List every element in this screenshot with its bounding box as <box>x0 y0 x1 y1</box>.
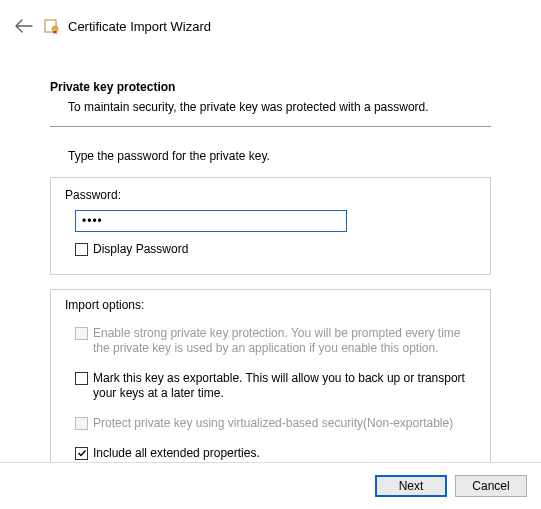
instruction-text: Type the password for the private key. <box>68 149 491 163</box>
divider <box>50 126 491 127</box>
password-label: Password: <box>65 188 476 202</box>
import-options-group: Import options: Enable strong private ke… <box>50 289 491 481</box>
protect-vbs-checkbox <box>75 417 88 430</box>
include-extended-checkbox[interactable] <box>75 447 88 460</box>
next-button[interactable]: Next <box>375 475 447 497</box>
certificate-icon <box>44 18 60 34</box>
mark-exportable-label: Mark this key as exportable. This will a… <box>93 371 476 402</box>
back-arrow-icon[interactable] <box>14 16 34 36</box>
wizard-header: Certificate Import Wizard <box>0 0 541 46</box>
wizard-content: Private key protection To maintain secur… <box>0 46 541 480</box>
password-input[interactable] <box>75 210 347 232</box>
section-title: Private key protection <box>50 80 491 94</box>
section-description: To maintain security, the private key wa… <box>68 100 491 114</box>
password-group: Password: Display Password <box>50 177 491 275</box>
mark-exportable-checkbox[interactable] <box>75 372 88 385</box>
wizard-title: Certificate Import Wizard <box>68 19 211 34</box>
cancel-button[interactable]: Cancel <box>455 475 527 497</box>
display-password-checkbox[interactable] <box>75 243 88 256</box>
protect-vbs-label: Protect private key using virtualized-ba… <box>93 416 453 432</box>
display-password-label: Display Password <box>93 242 188 258</box>
wizard-footer: Next Cancel <box>0 462 541 509</box>
include-extended-label: Include all extended properties. <box>93 446 260 462</box>
enable-strong-protection-checkbox <box>75 327 88 340</box>
import-options-label: Import options: <box>65 298 476 312</box>
enable-strong-protection-label: Enable strong private key protection. Yo… <box>93 326 476 357</box>
